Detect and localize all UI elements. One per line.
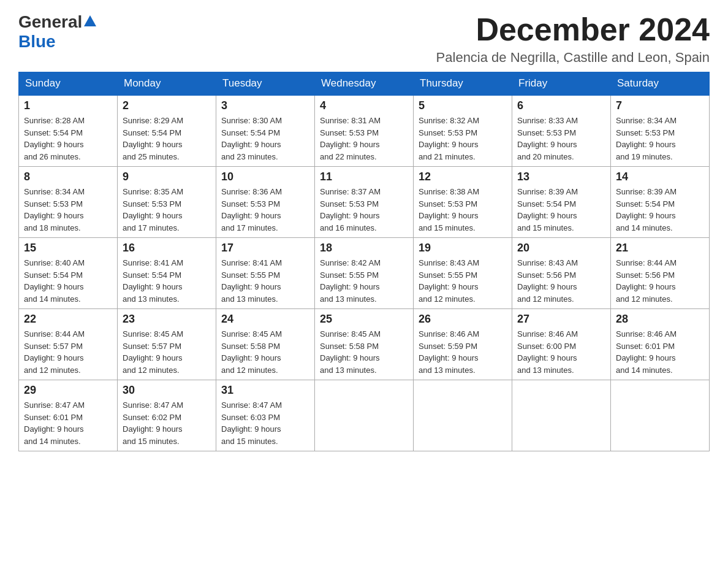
col-monday: Monday [118, 72, 216, 96]
day-info: Sunrise: 8:44 AM Sunset: 5:56 PM Dayligh… [616, 257, 704, 305]
col-thursday: Thursday [414, 72, 512, 96]
day-number: 11 [320, 170, 408, 183]
calendar-week-row: 22 Sunrise: 8:44 AM Sunset: 5:57 PM Dayl… [19, 309, 710, 380]
day-number: 20 [517, 242, 605, 255]
calendar-table: Sunday Monday Tuesday Wednesday Thursday… [18, 72, 710, 451]
day-info: Sunrise: 8:43 AM Sunset: 5:56 PM Dayligh… [517, 257, 605, 305]
day-number: 2 [123, 99, 211, 112]
table-row: 16 Sunrise: 8:41 AM Sunset: 5:54 PM Dayl… [118, 238, 216, 309]
day-number: 21 [616, 242, 704, 255]
table-row: 30 Sunrise: 8:47 AM Sunset: 6:02 PM Dayl… [118, 380, 216, 451]
day-info: Sunrise: 8:47 AM Sunset: 6:01 PM Dayligh… [24, 399, 112, 447]
col-sunday: Sunday [19, 72, 118, 96]
day-info: Sunrise: 8:39 AM Sunset: 5:54 PM Dayligh… [517, 186, 605, 234]
day-info: Sunrise: 8:46 AM Sunset: 6:00 PM Dayligh… [517, 328, 605, 376]
day-number: 25 [320, 313, 408, 326]
day-number: 8 [24, 170, 112, 183]
day-number: 4 [320, 99, 408, 112]
table-row [414, 380, 512, 451]
table-row: 12 Sunrise: 8:38 AM Sunset: 5:53 PM Dayl… [414, 167, 512, 238]
day-number: 24 [221, 313, 309, 326]
location-subtitle: Palencia de Negrilla, Castille and Leon,… [436, 50, 710, 66]
day-number: 5 [419, 99, 507, 112]
day-number: 14 [616, 170, 704, 183]
calendar-week-row: 8 Sunrise: 8:34 AM Sunset: 5:53 PM Dayli… [19, 167, 710, 238]
day-info: Sunrise: 8:32 AM Sunset: 5:53 PM Dayligh… [419, 115, 507, 163]
day-number: 9 [123, 170, 211, 183]
table-row: 5 Sunrise: 8:32 AM Sunset: 5:53 PM Dayli… [414, 95, 512, 167]
calendar-week-row: 15 Sunrise: 8:40 AM Sunset: 5:54 PM Dayl… [19, 238, 710, 309]
col-tuesday: Tuesday [216, 72, 315, 96]
table-row: 24 Sunrise: 8:45 AM Sunset: 5:58 PM Dayl… [216, 309, 315, 380]
table-row: 26 Sunrise: 8:46 AM Sunset: 5:59 PM Dayl… [414, 309, 512, 380]
table-row: 25 Sunrise: 8:45 AM Sunset: 5:58 PM Dayl… [315, 309, 414, 380]
table-row: 31 Sunrise: 8:47 AM Sunset: 6:03 PM Dayl… [216, 380, 315, 451]
day-info: Sunrise: 8:45 AM Sunset: 5:57 PM Dayligh… [123, 328, 211, 376]
day-number: 19 [419, 242, 507, 255]
day-number: 15 [24, 242, 112, 255]
day-info: Sunrise: 8:38 AM Sunset: 5:53 PM Dayligh… [419, 186, 507, 234]
day-info: Sunrise: 8:29 AM Sunset: 5:54 PM Dayligh… [123, 115, 211, 163]
table-row: 21 Sunrise: 8:44 AM Sunset: 5:56 PM Dayl… [611, 238, 710, 309]
day-number: 12 [419, 170, 507, 183]
logo-triangle-icon [83, 12, 97, 32]
logo-blue-text: Blue [18, 32, 56, 52]
day-info: Sunrise: 8:28 AM Sunset: 5:54 PM Dayligh… [24, 115, 112, 163]
day-info: Sunrise: 8:35 AM Sunset: 5:53 PM Dayligh… [123, 186, 211, 234]
table-row: 19 Sunrise: 8:43 AM Sunset: 5:55 PM Dayl… [414, 238, 512, 309]
day-info: Sunrise: 8:43 AM Sunset: 5:55 PM Dayligh… [419, 257, 507, 305]
day-number: 13 [517, 170, 605, 183]
calendar-week-row: 1 Sunrise: 8:28 AM Sunset: 5:54 PM Dayli… [19, 95, 710, 167]
col-wednesday: Wednesday [315, 72, 414, 96]
table-row: 13 Sunrise: 8:39 AM Sunset: 5:54 PM Dayl… [512, 167, 611, 238]
table-row: 29 Sunrise: 8:47 AM Sunset: 6:01 PM Dayl… [19, 380, 118, 451]
month-title: December 2024 [436, 12, 710, 47]
day-number: 23 [123, 313, 211, 326]
table-row: 17 Sunrise: 8:41 AM Sunset: 5:55 PM Dayl… [216, 238, 315, 309]
day-info: Sunrise: 8:45 AM Sunset: 5:58 PM Dayligh… [221, 328, 309, 376]
day-info: Sunrise: 8:34 AM Sunset: 5:53 PM Dayligh… [24, 186, 112, 234]
day-number: 27 [517, 313, 605, 326]
day-number: 31 [221, 384, 309, 397]
day-number: 10 [221, 170, 309, 183]
table-row: 4 Sunrise: 8:31 AM Sunset: 5:53 PM Dayli… [315, 95, 414, 167]
table-row [611, 380, 710, 451]
day-info: Sunrise: 8:33 AM Sunset: 5:53 PM Dayligh… [517, 115, 605, 163]
day-number: 22 [24, 313, 112, 326]
table-row: 1 Sunrise: 8:28 AM Sunset: 5:54 PM Dayli… [19, 95, 118, 167]
day-number: 18 [320, 242, 408, 255]
table-row: 11 Sunrise: 8:37 AM Sunset: 5:53 PM Dayl… [315, 167, 414, 238]
table-row [512, 380, 611, 451]
day-number: 6 [517, 99, 605, 112]
table-row: 6 Sunrise: 8:33 AM Sunset: 5:53 PM Dayli… [512, 95, 611, 167]
logo: General Blue [18, 12, 98, 52]
col-saturday: Saturday [611, 72, 710, 96]
table-row: 23 Sunrise: 8:45 AM Sunset: 5:57 PM Dayl… [118, 309, 216, 380]
logo-general-text: General [18, 12, 82, 32]
svg-marker-0 [84, 15, 96, 26]
day-number: 16 [123, 242, 211, 255]
day-number: 26 [419, 313, 507, 326]
day-info: Sunrise: 8:42 AM Sunset: 5:55 PM Dayligh… [320, 257, 408, 305]
day-info: Sunrise: 8:47 AM Sunset: 6:02 PM Dayligh… [123, 399, 211, 447]
table-row: 8 Sunrise: 8:34 AM Sunset: 5:53 PM Dayli… [19, 167, 118, 238]
day-info: Sunrise: 8:30 AM Sunset: 5:54 PM Dayligh… [221, 115, 309, 163]
day-number: 7 [616, 99, 704, 112]
day-info: Sunrise: 8:39 AM Sunset: 5:54 PM Dayligh… [616, 186, 704, 234]
day-info: Sunrise: 8:34 AM Sunset: 5:53 PM Dayligh… [616, 115, 704, 163]
table-row: 15 Sunrise: 8:40 AM Sunset: 5:54 PM Dayl… [19, 238, 118, 309]
day-info: Sunrise: 8:45 AM Sunset: 5:58 PM Dayligh… [320, 328, 408, 376]
table-row: 10 Sunrise: 8:36 AM Sunset: 5:53 PM Dayl… [216, 167, 315, 238]
day-info: Sunrise: 8:40 AM Sunset: 5:54 PM Dayligh… [24, 257, 112, 305]
day-number: 29 [24, 384, 112, 397]
table-row: 27 Sunrise: 8:46 AM Sunset: 6:00 PM Dayl… [512, 309, 611, 380]
day-number: 28 [616, 313, 704, 326]
table-row: 18 Sunrise: 8:42 AM Sunset: 5:55 PM Dayl… [315, 238, 414, 309]
day-number: 3 [221, 99, 309, 112]
day-number: 1 [24, 99, 112, 112]
day-info: Sunrise: 8:37 AM Sunset: 5:53 PM Dayligh… [320, 186, 408, 234]
table-row: 14 Sunrise: 8:39 AM Sunset: 5:54 PM Dayl… [611, 167, 710, 238]
table-row: 22 Sunrise: 8:44 AM Sunset: 5:57 PM Dayl… [19, 309, 118, 380]
day-info: Sunrise: 8:41 AM Sunset: 5:54 PM Dayligh… [123, 257, 211, 305]
table-row: 28 Sunrise: 8:46 AM Sunset: 6:01 PM Dayl… [611, 309, 710, 380]
